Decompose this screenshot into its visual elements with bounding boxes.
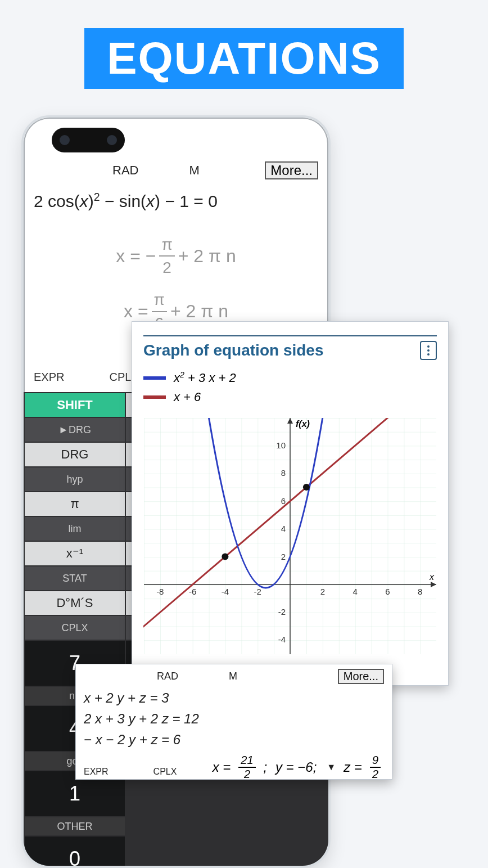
phone-notch <box>52 128 125 152</box>
graph-plot[interactable]: x f(x) -8-6 -4-2 24 68 24 68 10 -2-4 <box>143 418 437 654</box>
svg-text:2: 2 <box>281 552 286 561</box>
svg-text:6: 6 <box>385 587 390 596</box>
key-hyp[interactable]: hyp <box>25 467 125 491</box>
system-tab-cplx[interactable]: CPLX <box>153 767 177 777</box>
equation-input[interactable]: 2 cos(x)2 − sin(x) − 1 = 0 <box>34 191 318 211</box>
svg-text:8: 8 <box>418 587 422 596</box>
svg-text:-2: -2 <box>254 587 261 596</box>
legend-series-1: x2 + 3 x + 2 <box>143 370 437 385</box>
key-xinv[interactable]: x⁻¹ <box>25 542 125 565</box>
banner-title: EQUATIONS <box>84 28 404 89</box>
more-button[interactable]: More... <box>265 161 318 179</box>
system-tabs: EXPR CPLX <box>84 767 177 777</box>
svg-text:10: 10 <box>276 440 286 450</box>
svg-text:-4: -4 <box>278 635 286 644</box>
system-equations[interactable]: x + 2 y + z = 3 2 x + 3 y + 2 z = 12 − x… <box>84 687 384 750</box>
legend-series-2: x + 6 <box>143 390 437 404</box>
graph-menu-button[interactable] <box>420 341 437 360</box>
legend-swatch-icon <box>143 376 166 380</box>
graph-title: Graph of equation sides <box>143 341 323 359</box>
graph-popup: Graph of equation sides x2 + 3 x + 2 x +… <box>132 321 449 686</box>
tab-expr[interactable]: EXPR <box>34 371 64 384</box>
graph-title-row: Graph of equation sides <box>143 335 437 360</box>
svg-text:-4: -4 <box>222 587 229 596</box>
key-shift[interactable]: SHIFT <box>25 393 125 417</box>
key-drg-alt[interactable]: ►DRG <box>25 418 125 442</box>
graph-legend: x2 + 3 x + 2 x + 6 <box>143 370 437 404</box>
key-cplx[interactable]: CPLX <box>25 616 125 640</box>
key-0[interactable]: 0 <box>25 836 125 868</box>
key-other[interactable]: OTHER <box>25 817 125 835</box>
system-memory-indicator: M <box>229 671 237 682</box>
svg-text:4: 4 <box>281 524 286 533</box>
svg-text:-2: -2 <box>278 607 286 617</box>
key-stat[interactable]: STAT <box>25 566 125 590</box>
chevron-down-icon[interactable]: ▼ <box>327 762 336 772</box>
system-status-bar: RAD M More... <box>84 669 384 684</box>
solutions: x = − π2 + 2 π n x = π6 + 2 π n <box>34 233 318 334</box>
solution-1: x = − π2 + 2 π n <box>34 233 318 278</box>
mode-tabs: EXPR CPLX <box>34 371 139 384</box>
key-drg[interactable]: DRG <box>25 443 125 466</box>
key-lim[interactable]: lim <box>25 517 125 541</box>
system-eq-1: x + 2 y + z = 3 <box>84 687 384 708</box>
system-tab-expr[interactable]: EXPR <box>84 767 109 777</box>
status-bar: RAD M More... <box>24 161 328 179</box>
legend-swatch-icon <box>143 395 166 399</box>
key-dms[interactable]: D°M´S <box>25 591 125 615</box>
y-axis-label: f(x) <box>296 419 310 429</box>
system-angle-mode: RAD <box>157 671 178 682</box>
system-eq-3: − x − 2 y + z = 6 <box>84 729 384 750</box>
svg-text:2: 2 <box>320 587 325 596</box>
system-eq-2: 2 x + 3 y + 2 z = 12 <box>84 708 384 729</box>
angle-mode: RAD <box>112 163 138 178</box>
svg-text:-8: -8 <box>156 587 164 596</box>
system-popup: RAD M More... x + 2 y + z = 3 2 x + 3 y … <box>75 664 392 780</box>
svg-point-22 <box>303 484 310 491</box>
memory-indicator: M <box>189 163 199 178</box>
svg-text:4: 4 <box>353 587 357 596</box>
x-axis-label: x <box>429 572 435 582</box>
key-pi[interactable]: π <box>25 492 125 516</box>
svg-text:6: 6 <box>281 496 286 506</box>
svg-point-21 <box>222 554 228 560</box>
svg-text:-6: -6 <box>189 587 196 596</box>
svg-text:8: 8 <box>281 468 286 478</box>
system-more-button[interactable]: More... <box>338 669 384 684</box>
